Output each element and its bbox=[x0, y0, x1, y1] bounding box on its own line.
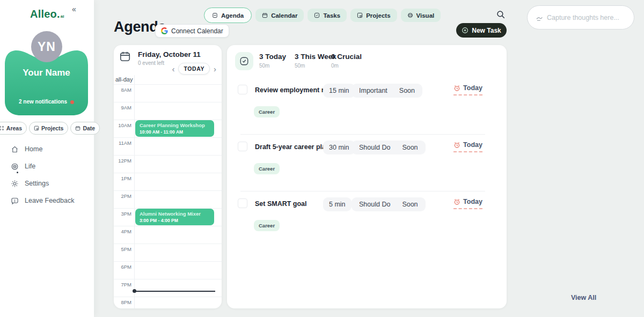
task-divider bbox=[240, 191, 485, 191]
tab-visual[interactable]: Visual bbox=[401, 9, 441, 22]
hour-row[interactable]: 1PM bbox=[114, 173, 222, 190]
prev-day-chevron[interactable]: ‹ bbox=[172, 65, 174, 73]
calendar-icon bbox=[119, 50, 131, 62]
agenda-icon bbox=[212, 12, 218, 18]
nav-label: Leave Feedback bbox=[25, 197, 74, 204]
day-time-grid[interactable]: 8AM 9AM 10AM 11AM 12PM 1PM 2PM 3PM 4PM 5… bbox=[114, 84, 222, 308]
task-checkbox[interactable] bbox=[238, 198, 247, 208]
calendar-event[interactable]: Career Planning Workshop 10:00 AM - 11:0… bbox=[135, 120, 214, 137]
tab-agenda[interactable]: Agenda bbox=[204, 8, 252, 23]
current-time-dot bbox=[133, 289, 136, 293]
hour-row[interactable]: 2PM bbox=[114, 190, 222, 208]
task-divider bbox=[240, 134, 485, 135]
hour-row[interactable]: 11AM bbox=[114, 137, 222, 155]
hour-row[interactable]: 8AM bbox=[114, 84, 222, 102]
nav-label: Home bbox=[25, 145, 42, 153]
chip-areas-label: Areas bbox=[6, 125, 22, 131]
sidebar-item-settings[interactable]: Settings bbox=[0, 175, 94, 192]
task-row: Set SMART goal 5 min Should Do Soon Toda… bbox=[227, 195, 507, 249]
search-icon[interactable] bbox=[496, 10, 506, 19]
tab-tasks[interactable]: Tasks bbox=[308, 9, 347, 22]
task-priority[interactable]: Important bbox=[359, 87, 387, 94]
task-priority[interactable]: Should Do bbox=[359, 201, 390, 208]
calendar-nav: ‹ TODAY › bbox=[172, 63, 216, 75]
sidebar-item-life[interactable]: Life bbox=[0, 158, 94, 175]
nav-label: Settings bbox=[25, 180, 49, 187]
alarm-clock-icon bbox=[453, 198, 460, 205]
logo-suffix: ai bbox=[61, 14, 64, 19]
tab-calendar[interactable]: Calendar bbox=[255, 9, 304, 22]
task-checkbox[interactable] bbox=[238, 85, 247, 94]
calendar-event[interactable]: Alumni Networking Mixer 3:00 PM - 4:00 P… bbox=[135, 209, 214, 225]
task-due-badge[interactable]: Today bbox=[453, 84, 482, 95]
hour-row[interactable]: 7PM bbox=[114, 279, 222, 297]
hour-row[interactable]: 12PM bbox=[114, 155, 222, 173]
sidebar-filter-chips: Areas Projects Date bbox=[1, 122, 93, 135]
circle-check-icon bbox=[314, 12, 320, 18]
calendar-icon bbox=[262, 12, 268, 18]
connect-calendar-button[interactable]: Connect Calendar bbox=[155, 24, 229, 38]
event-time: 3:00 PM - 4:00 PM bbox=[140, 218, 210, 223]
sidebar-item-leave-feedback[interactable]: Leave Feedback bbox=[0, 192, 94, 209]
task-due-badge[interactable]: Today bbox=[453, 141, 482, 152]
task-due-label: Today bbox=[463, 84, 482, 92]
tasks-stats-icon bbox=[235, 52, 253, 70]
task-title[interactable]: Draft 5-year career plan bbox=[255, 143, 330, 151]
connect-calendar-label: Connect Calendar bbox=[171, 27, 223, 35]
today-button[interactable]: TODAY bbox=[178, 63, 210, 75]
calendar-date-title: Friday, October 11 bbox=[138, 50, 201, 58]
task-priority-chip[interactable]: Important Soon bbox=[352, 84, 422, 98]
projects-icon bbox=[34, 126, 39, 131]
task-checkbox[interactable] bbox=[238, 142, 247, 151]
stat-this-week: 3 This Week 50m bbox=[295, 53, 336, 69]
event-time: 10:00 AM - 11:00 AM bbox=[140, 129, 210, 135]
sidebar-item-home[interactable]: Home bbox=[0, 141, 94, 158]
task-priority-chip[interactable]: Should Do Soon bbox=[352, 141, 426, 154]
scribble-pen-icon bbox=[536, 14, 543, 22]
task-duration-chip[interactable]: 5 min bbox=[323, 197, 352, 211]
plus-circle-icon bbox=[462, 27, 469, 34]
hour-row[interactable]: 4PM bbox=[114, 226, 222, 244]
alarm-clock-icon bbox=[453, 142, 460, 149]
task-urgency[interactable]: Soon bbox=[402, 144, 418, 151]
new-task-button[interactable]: New Task bbox=[456, 23, 507, 38]
hour-row[interactable]: 5PM bbox=[114, 244, 222, 261]
tab-label: Visual bbox=[416, 12, 435, 19]
hour-row[interactable]: 6PM bbox=[114, 261, 222, 279]
task-row: Draft 5-year career plan 30 min Should D… bbox=[227, 138, 507, 192]
stat-minutes: 50m bbox=[295, 63, 336, 69]
chip-date[interactable]: Date bbox=[70, 122, 100, 135]
task-duration-chip[interactable]: 15 min bbox=[323, 84, 355, 98]
sidebar-collapse-icon[interactable]: « bbox=[72, 5, 76, 13]
avatar[interactable]: YN bbox=[31, 31, 62, 62]
task-title[interactable]: Set SMART goal bbox=[255, 200, 307, 208]
alarm-clock-icon bbox=[453, 85, 460, 92]
task-tag-career[interactable]: Career bbox=[254, 163, 280, 174]
chip-areas[interactable]: Areas bbox=[0, 122, 27, 135]
home-icon bbox=[11, 145, 19, 153]
stat-value: 3 This Week bbox=[295, 53, 336, 61]
capture-thoughts-input[interactable] bbox=[547, 6, 632, 29]
hour-label: 2PM bbox=[114, 193, 131, 199]
notifications-link[interactable]: 2 new notifications bbox=[5, 99, 88, 105]
view-all-link[interactable]: View All bbox=[571, 294, 596, 301]
hour-row[interactable]: 9AM bbox=[114, 102, 222, 120]
task-due-badge[interactable]: Today bbox=[453, 198, 482, 209]
sidebar-nav: Home Life Settings Leave Feedback bbox=[0, 141, 94, 209]
task-tag-career[interactable]: Career bbox=[254, 220, 280, 231]
task-duration-chip[interactable]: 30 min bbox=[323, 141, 355, 154]
hour-label: 10AM bbox=[114, 122, 131, 128]
task-priority[interactable]: Should Do bbox=[359, 144, 390, 151]
tab-projects[interactable]: Projects bbox=[350, 9, 397, 22]
chip-projects-label: Projects bbox=[41, 125, 63, 131]
task-urgency[interactable]: Soon bbox=[399, 87, 415, 94]
next-day-chevron[interactable]: › bbox=[214, 65, 216, 73]
hour-label: 8AM bbox=[114, 87, 131, 93]
main-tab-bar: Agenda Calendar Tasks Projects Visual bbox=[204, 8, 441, 23]
task-tag-career[interactable]: Career bbox=[254, 106, 280, 117]
task-urgency[interactable]: Soon bbox=[402, 201, 418, 208]
chip-projects[interactable]: Projects bbox=[29, 122, 68, 135]
hour-row[interactable]: 8PM bbox=[114, 297, 222, 308]
task-due-label: Today bbox=[463, 198, 482, 205]
task-priority-chip[interactable]: Should Do Soon bbox=[352, 197, 426, 211]
